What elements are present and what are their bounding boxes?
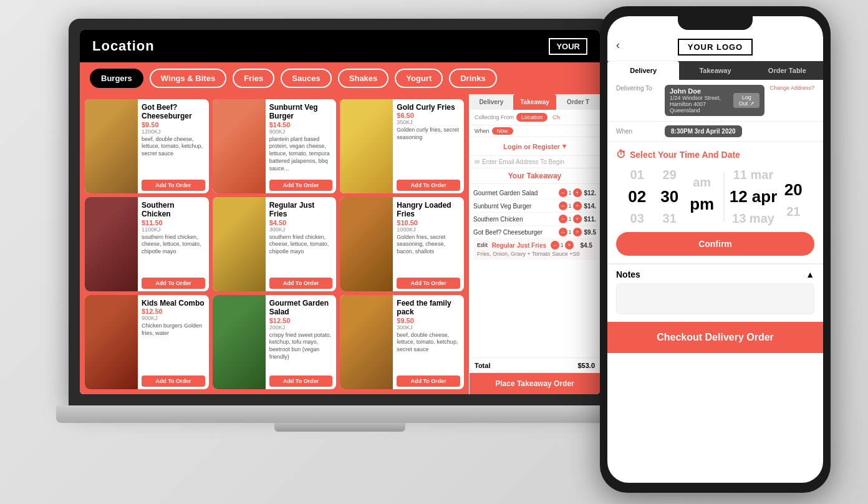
- qty-decrement[interactable]: −: [559, 228, 567, 236]
- add-to-order-button[interactable]: Add To Order: [269, 376, 333, 387]
- cat-sauces[interactable]: Sauces: [281, 69, 332, 88]
- time-month-11[interactable]: 11 mar: [733, 168, 774, 182]
- phone-tab-delivery[interactable]: Delivery: [607, 61, 679, 80]
- add-to-order-button[interactable]: Add To Order: [142, 376, 205, 387]
- qty-number: 1: [561, 242, 564, 248]
- notes-header[interactable]: Notes ▲: [616, 269, 814, 279]
- login-register[interactable]: Login or Register ▾: [470, 137, 600, 156]
- qty-number: 1: [569, 229, 572, 235]
- qty-decrement[interactable]: −: [559, 215, 567, 223]
- edit-label[interactable]: Edit: [477, 242, 488, 248]
- cat-fries[interactable]: Fries: [233, 69, 274, 88]
- now-badge: Now: [492, 127, 513, 135]
- time-hour-01[interactable]: 01: [630, 168, 644, 182]
- cart-item-row: Southern Chicken − 1 + $11.: [473, 213, 596, 226]
- menu-item-price: $12.50: [142, 308, 205, 315]
- menu-item-desc: southern fried chicken, cheese, lettuce,…: [269, 234, 333, 275]
- phone-tab-takeaway[interactable]: Takeaway: [679, 61, 751, 80]
- phone-screen: ‹ YOUR LOGO Delivery Takeaway Order Tabl…: [607, 16, 823, 483]
- time-hour-02[interactable]: 02: [628, 187, 646, 206]
- menu-item: Gourmet Garden Salad $12.50 200KJ crispy…: [213, 295, 337, 389]
- add-to-order-button[interactable]: Add To Order: [397, 180, 460, 191]
- cat-yogurt[interactable]: Yogurt: [395, 69, 443, 88]
- when-row-phone: When 8:30PM 3rd April 2020: [607, 122, 823, 142]
- menu-item-name: Kids Meal Combo: [142, 299, 205, 308]
- qty-increment[interactable]: +: [573, 188, 582, 197]
- cart-item-price: $4.5: [581, 242, 592, 249]
- email-placeholder[interactable]: Enter Email Address To Begin: [482, 158, 564, 165]
- cart-tab-delivery[interactable]: Delivery: [470, 94, 513, 110]
- collecting-label: Collecting From: [475, 114, 514, 120]
- qty-increment[interactable]: +: [573, 215, 582, 223]
- add-to-order-button[interactable]: Add To Order: [142, 180, 205, 191]
- menu-item-name: Regular Just Fries: [269, 201, 333, 219]
- menu-item-desc: plantein plant based protein, vegan chee…: [269, 136, 333, 177]
- back-button[interactable]: ‹: [616, 39, 620, 52]
- time-am[interactable]: am: [693, 175, 711, 190]
- change-link[interactable]: Ch: [552, 114, 560, 120]
- cart-tab-takeaway[interactable]: Takeaway: [513, 94, 557, 110]
- menu-item-kj: 1100KJ: [142, 226, 205, 233]
- user-name: John Doe: [670, 87, 733, 95]
- cart-total: Total $53.0: [470, 357, 600, 373]
- add-to-order-button[interactable]: Add To Order: [269, 180, 333, 191]
- time-month-13[interactable]: 13 may: [732, 211, 774, 226]
- time-year-20[interactable]: 20: [784, 180, 803, 200]
- qty-increment[interactable]: +: [573, 201, 582, 210]
- add-to-order-button[interactable]: Add To Order: [269, 278, 333, 289]
- menu-item-image: [213, 99, 266, 193]
- menu-item-desc: Chicken burgers Golden fries, water: [142, 322, 205, 373]
- phone-tab-order-table[interactable]: Order Table: [751, 61, 823, 80]
- menu-item: Kids Meal Combo $12.50 900KJ Chicken bur…: [85, 295, 209, 389]
- place-order-button[interactable]: Place Takeaway Order: [470, 373, 600, 394]
- time-min-31[interactable]: 31: [663, 211, 677, 226]
- logout-button[interactable]: Log Out ↗: [733, 93, 760, 108]
- app-logo: YOUR: [549, 38, 587, 55]
- laptop-body: Location YOUR Burgers Wings & Bites Frie…: [69, 19, 611, 405]
- phone-logo: YOUR LOGO: [678, 39, 753, 56]
- cart-item-qty: − 1 +: [559, 215, 582, 223]
- when-row: When Now: [470, 125, 600, 137]
- qty-increment[interactable]: +: [565, 241, 574, 250]
- time-min-30[interactable]: 30: [660, 187, 678, 206]
- cart-panel: Delivery Takeaway Order T Collecting Fro…: [469, 94, 600, 394]
- cat-burgers[interactable]: Burgers: [90, 69, 143, 88]
- time-year-21[interactable]: 21: [786, 205, 800, 219]
- time-min-29[interactable]: 29: [663, 168, 677, 182]
- notes-textarea[interactable]: [616, 283, 814, 314]
- when-badge: 8:30PM 3rd April 2020: [665, 125, 742, 137]
- cart-tab-order[interactable]: Order T: [556, 94, 600, 110]
- cat-wings[interactable]: Wings & Bites: [150, 69, 226, 88]
- qty-decrement[interactable]: −: [559, 188, 567, 197]
- menu-item-kj: 1000KJ: [397, 226, 460, 233]
- menu-item-image: [213, 197, 266, 291]
- time-pm[interactable]: pm: [690, 195, 714, 214]
- email-icon: ✉: [475, 158, 480, 165]
- qty-decrement[interactable]: −: [551, 241, 559, 250]
- cat-shakes[interactable]: Shakes: [338, 69, 389, 88]
- cart-item-price: $11.: [584, 216, 596, 223]
- menu-item-image: [340, 99, 393, 193]
- qty-decrement[interactable]: −: [559, 201, 567, 210]
- qty-increment[interactable]: +: [573, 228, 582, 236]
- checkout-delivery-button[interactable]: Checkout Delivery Order: [607, 322, 823, 353]
- menu-item-info: Feed the family pack $9.50 300KJ beef, d…: [393, 295, 464, 389]
- add-to-order-button[interactable]: Add To Order: [397, 278, 460, 289]
- your-takeaway: Your Takeaway: [470, 168, 600, 184]
- time-month-12[interactable]: 12 apr: [730, 187, 778, 206]
- change-address-link[interactable]: Change Address?: [769, 85, 814, 91]
- qty-number: 1: [569, 190, 572, 196]
- confirm-button[interactable]: Confirm: [616, 232, 814, 256]
- add-to-order-button[interactable]: Add To Order: [397, 376, 460, 387]
- qty-number: 1: [569, 203, 572, 209]
- menu-item-kj: 900KJ: [142, 315, 205, 321]
- time-hour-03[interactable]: 03: [630, 211, 644, 226]
- menu-item-price: $12.50: [269, 317, 333, 324]
- cat-drinks[interactable]: Drinks: [449, 69, 496, 88]
- cart-items: Gourmet Garden Salad − 1 + $12. Sunburnt…: [470, 184, 600, 357]
- cart-item-name: Got Beef? Cheeseburger: [473, 229, 559, 236]
- time-picker-section: ⏱ Select Your Time And Date 01 02 03 29 …: [607, 142, 823, 264]
- add-to-order-button[interactable]: Add To Order: [142, 278, 205, 289]
- laptop: Location YOUR Burgers Wings & Bites Frie…: [69, 19, 630, 480]
- cart-item-row: Sunburnt Veg Burger − 1 + $14.: [473, 200, 596, 213]
